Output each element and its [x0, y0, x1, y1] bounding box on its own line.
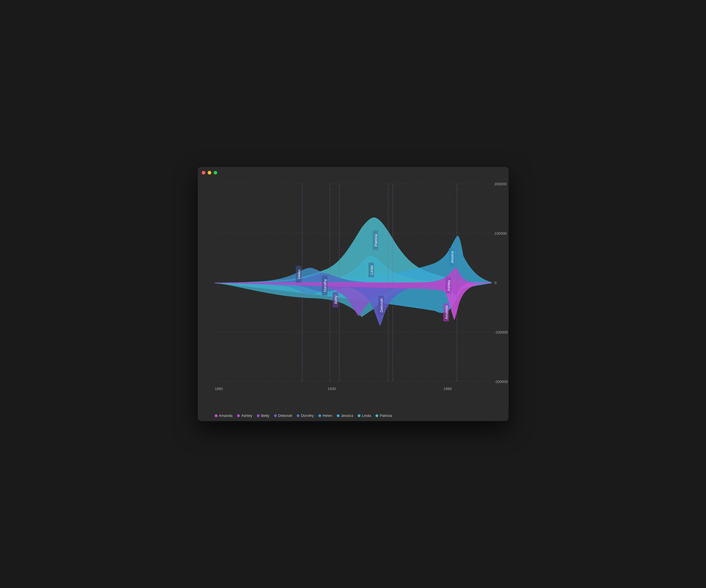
y-label-neg100000: -100000 [495, 330, 508, 334]
traffic-lights [202, 171, 217, 174]
y-label-neg200000: -200000 [495, 380, 508, 384]
label-jessica: Jessica [449, 248, 455, 266]
legend-item-dorothy: Dorothy [297, 414, 314, 418]
label-deborah: Deborah [378, 296, 384, 315]
legend-label-linda: Linda [362, 414, 371, 418]
chart-area: 200000 100000 0 -100000 -200000 1880 193… [198, 178, 509, 421]
legend-dot-helen [318, 414, 321, 417]
legend-dot-deborah [274, 414, 277, 417]
legend-item-amanda: Amanda [215, 414, 233, 418]
legend-item-linda: Linda [358, 414, 371, 418]
svg-text:Ashley: Ashley [447, 280, 451, 291]
legend-item-deborah: Deborah [274, 414, 292, 418]
x-label-1880: 1880 [215, 387, 223, 391]
legend-dot-dorothy [297, 414, 300, 417]
svg-text:Betty: Betty [334, 295, 338, 304]
legend-dot-amanda [215, 414, 218, 417]
legend-item-ashley: Ashley [237, 414, 252, 418]
legend-label-jessica: Jessica [341, 414, 353, 418]
svg-text:Linda: Linda [369, 265, 374, 275]
svg-text:Amanda: Amanda [444, 305, 448, 319]
legend-item-helen: Helen [318, 414, 332, 418]
svg-text:Dorothy: Dorothy [323, 279, 327, 292]
label-linda: Linda [368, 263, 374, 277]
maximize-button[interactable] [213, 171, 217, 174]
legend-item-jessica: Jessica [337, 414, 353, 418]
legend-label-deborah: Deborah [278, 414, 292, 418]
svg-text:Helen: Helen [297, 269, 301, 279]
legend-label-amanda: Amanda [219, 414, 233, 418]
legend-dot-linda [358, 414, 360, 417]
label-patricia: Patricia [372, 230, 378, 250]
label-dorothy: Dorothy [322, 276, 327, 295]
x-label-1980: 1980 [443, 387, 452, 391]
legend-label-ashley: Ashley [241, 414, 252, 418]
legend-dot-ashley [237, 414, 240, 417]
close-button[interactable] [202, 171, 205, 174]
legend-label-betty: Betty [261, 414, 270, 418]
x-label-1930: 1930 [328, 387, 336, 391]
label-helen: Helen [296, 266, 302, 283]
titlebar [198, 167, 509, 178]
label-betty: Betty [332, 292, 338, 307]
legend-dot-jessica [337, 414, 340, 417]
svg-text:Jessica: Jessica [450, 251, 454, 263]
svg-text:Patricia: Patricia [374, 234, 378, 247]
minimize-button[interactable] [208, 171, 211, 174]
app-window: 200000 100000 0 -100000 -200000 1880 193… [198, 167, 509, 421]
label-ashley: Ashley [445, 277, 451, 294]
chart-legend: Amanda Ashley Betty Deborah Dorothy Hele… [215, 414, 392, 418]
legend-label-dorothy: Dorothy [301, 414, 314, 418]
legend-item-patricia: Patricia [376, 414, 392, 418]
svg-text:Deborah: Deborah [380, 298, 384, 312]
legend-item-betty: Betty [257, 414, 270, 418]
label-amanda: Amanda [443, 303, 449, 322]
y-label-100000: 100000 [495, 231, 507, 236]
streamgraph-chart: 200000 100000 0 -100000 -200000 1880 193… [215, 184, 492, 398]
legend-label-patricia: Patricia [380, 414, 392, 418]
legend-label-helen: Helen [323, 414, 332, 418]
y-label-0: 0 [495, 281, 496, 285]
legend-dot-patricia [376, 414, 378, 417]
y-label-200000: 200000 [495, 182, 507, 186]
legend-dot-betty [257, 414, 260, 417]
